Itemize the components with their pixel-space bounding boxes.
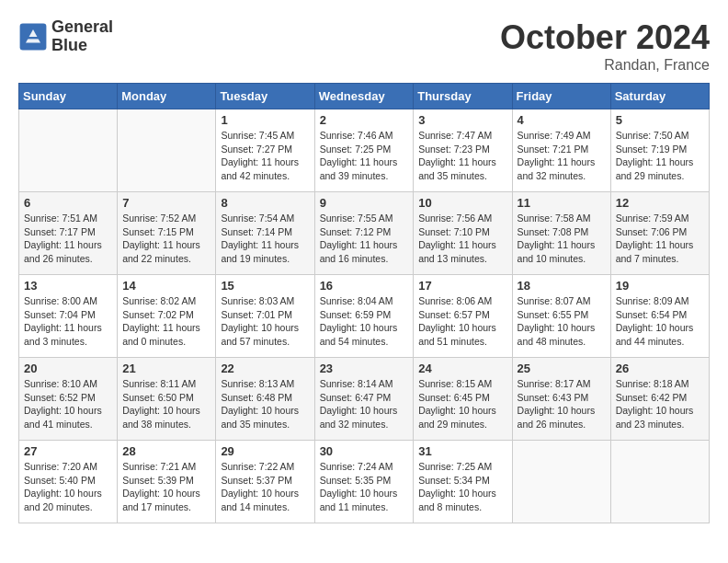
- day-info: Sunrise: 7:24 AM Sunset: 5:35 PM Dayligh…: [320, 460, 409, 514]
- table-row: 26Sunrise: 8:18 AM Sunset: 6:42 PM Dayli…: [610, 358, 709, 441]
- day-number: 6: [24, 196, 112, 210]
- table-row: [512, 441, 610, 523]
- table-row: 4Sunrise: 7:49 AM Sunset: 7:21 PM Daylig…: [512, 109, 610, 192]
- weekday-header: Thursday: [414, 84, 512, 109]
- day-number: 21: [122, 362, 210, 375]
- table-row: 20Sunrise: 8:10 AM Sunset: 6:52 PM Dayli…: [19, 358, 118, 441]
- calendar-week-row: 20Sunrise: 8:10 AM Sunset: 6:52 PM Dayli…: [19, 358, 710, 441]
- table-row: 11Sunrise: 7:58 AM Sunset: 7:08 PM Dayli…: [512, 192, 610, 275]
- table-row: 23Sunrise: 8:14 AM Sunset: 6:47 PM Dayli…: [314, 358, 414, 441]
- svg-rect-2: [28, 37, 40, 39]
- table-row: 25Sunrise: 8:17 AM Sunset: 6:43 PM Dayli…: [512, 358, 610, 441]
- day-number: 3: [418, 113, 506, 127]
- logo-line2: Blue: [51, 37, 113, 55]
- day-number: 13: [24, 279, 112, 293]
- day-number: 19: [616, 279, 704, 293]
- day-info: Sunrise: 8:13 AM Sunset: 6:48 PM Dayligh…: [221, 377, 309, 431]
- calendar-week-row: 6Sunrise: 7:51 AM Sunset: 7:17 PM Daylig…: [19, 192, 710, 275]
- day-number: 18: [518, 279, 606, 293]
- day-info: Sunrise: 7:58 AM Sunset: 7:08 PM Dayligh…: [518, 212, 606, 266]
- table-row: 17Sunrise: 8:06 AM Sunset: 6:57 PM Dayli…: [414, 275, 512, 358]
- day-info: Sunrise: 7:20 AM Sunset: 5:40 PM Dayligh…: [24, 460, 112, 514]
- month-title: October 2024: [500, 18, 710, 57]
- logo: General Blue: [18, 18, 113, 55]
- calendar-week-row: 13Sunrise: 8:00 AM Sunset: 7:04 PM Dayli…: [19, 275, 710, 358]
- day-number: 1: [221, 113, 309, 127]
- day-info: Sunrise: 7:55 AM Sunset: 7:12 PM Dayligh…: [320, 212, 409, 266]
- table-row: [118, 109, 216, 192]
- table-row: 12Sunrise: 7:59 AM Sunset: 7:06 PM Dayli…: [610, 192, 709, 275]
- table-row: 8Sunrise: 7:54 AM Sunset: 7:14 PM Daylig…: [216, 192, 314, 275]
- calendar-header: SundayMondayTuesdayWednesdayThursdayFrid…: [19, 84, 710, 109]
- table-row: 13Sunrise: 8:00 AM Sunset: 7:04 PM Dayli…: [19, 275, 118, 358]
- weekday-header: Monday: [118, 84, 216, 109]
- day-info: Sunrise: 7:59 AM Sunset: 7:06 PM Dayligh…: [616, 212, 704, 266]
- weekday-header: Wednesday: [314, 84, 414, 109]
- day-number: 16: [320, 279, 409, 293]
- day-info: Sunrise: 8:03 AM Sunset: 7:01 PM Dayligh…: [221, 294, 309, 349]
- day-info: Sunrise: 8:06 AM Sunset: 6:57 PM Dayligh…: [418, 294, 506, 349]
- logo-text: General Blue: [51, 18, 113, 55]
- table-row: 2Sunrise: 7:46 AM Sunset: 7:25 PM Daylig…: [314, 109, 414, 192]
- day-number: 15: [221, 279, 309, 293]
- day-info: Sunrise: 7:49 AM Sunset: 7:21 PM Dayligh…: [518, 129, 606, 183]
- table-row: 28Sunrise: 7:21 AM Sunset: 5:39 PM Dayli…: [118, 441, 216, 523]
- day-number: 7: [122, 196, 210, 210]
- day-info: Sunrise: 7:45 AM Sunset: 7:27 PM Dayligh…: [221, 129, 309, 183]
- table-row: 19Sunrise: 8:09 AM Sunset: 6:54 PM Dayli…: [610, 275, 709, 358]
- day-info: Sunrise: 7:47 AM Sunset: 7:23 PM Dayligh…: [418, 129, 506, 183]
- table-row: 15Sunrise: 8:03 AM Sunset: 7:01 PM Dayli…: [216, 275, 314, 358]
- day-number: 31: [418, 444, 506, 458]
- table-row: 6Sunrise: 7:51 AM Sunset: 7:17 PM Daylig…: [19, 192, 118, 275]
- title-block: October 2024 Randan, France: [500, 18, 710, 74]
- day-info: Sunrise: 7:22 AM Sunset: 5:37 PM Dayligh…: [221, 460, 309, 514]
- day-info: Sunrise: 8:00 AM Sunset: 7:04 PM Dayligh…: [24, 294, 112, 349]
- day-number: 29: [221, 444, 309, 458]
- table-row: 7Sunrise: 7:52 AM Sunset: 7:15 PM Daylig…: [118, 192, 216, 275]
- location: Randan, France: [500, 57, 710, 74]
- day-number: 30: [320, 444, 409, 458]
- day-info: Sunrise: 8:07 AM Sunset: 6:55 PM Dayligh…: [518, 294, 606, 349]
- table-row: 21Sunrise: 8:11 AM Sunset: 6:50 PM Dayli…: [118, 358, 216, 441]
- table-row: 29Sunrise: 7:22 AM Sunset: 5:37 PM Dayli…: [216, 441, 314, 523]
- calendar-body: 1Sunrise: 7:45 AM Sunset: 7:27 PM Daylig…: [19, 109, 710, 523]
- day-number: 12: [616, 196, 704, 210]
- day-info: Sunrise: 8:15 AM Sunset: 6:45 PM Dayligh…: [418, 377, 506, 431]
- table-row: 10Sunrise: 7:56 AM Sunset: 7:10 PM Dayli…: [414, 192, 512, 275]
- day-number: 22: [221, 362, 309, 375]
- day-info: Sunrise: 8:09 AM Sunset: 6:54 PM Dayligh…: [616, 294, 704, 349]
- table-row: 3Sunrise: 7:47 AM Sunset: 7:23 PM Daylig…: [414, 109, 512, 192]
- day-number: 26: [616, 362, 704, 375]
- calendar-week-row: 27Sunrise: 7:20 AM Sunset: 5:40 PM Dayli…: [19, 441, 710, 523]
- day-number: 2: [320, 113, 409, 127]
- calendar-table: SundayMondayTuesdayWednesdayThursdayFrid…: [18, 83, 710, 523]
- weekday-row: SundayMondayTuesdayWednesdayThursdayFrid…: [19, 84, 710, 109]
- table-row: 31Sunrise: 7:25 AM Sunset: 5:34 PM Dayli…: [414, 441, 512, 523]
- table-row: [610, 441, 709, 523]
- weekday-header: Sunday: [19, 84, 118, 109]
- day-info: Sunrise: 8:17 AM Sunset: 6:43 PM Dayligh…: [518, 377, 606, 431]
- table-row: [19, 109, 118, 192]
- day-info: Sunrise: 7:21 AM Sunset: 5:39 PM Dayligh…: [122, 460, 210, 514]
- day-info: Sunrise: 7:25 AM Sunset: 5:34 PM Dayligh…: [418, 460, 506, 514]
- day-number: 17: [418, 279, 506, 293]
- table-row: 24Sunrise: 8:15 AM Sunset: 6:45 PM Dayli…: [414, 358, 512, 441]
- calendar-week-row: 1Sunrise: 7:45 AM Sunset: 7:27 PM Daylig…: [19, 109, 710, 192]
- day-info: Sunrise: 7:56 AM Sunset: 7:10 PM Dayligh…: [418, 212, 506, 266]
- day-number: 28: [122, 444, 210, 458]
- day-info: Sunrise: 7:52 AM Sunset: 7:15 PM Dayligh…: [122, 212, 210, 266]
- day-info: Sunrise: 8:14 AM Sunset: 6:47 PM Dayligh…: [320, 377, 409, 431]
- day-info: Sunrise: 7:50 AM Sunset: 7:19 PM Dayligh…: [616, 129, 704, 183]
- weekday-header: Tuesday: [216, 84, 314, 109]
- day-info: Sunrise: 7:46 AM Sunset: 7:25 PM Dayligh…: [320, 129, 409, 183]
- table-row: 1Sunrise: 7:45 AM Sunset: 7:27 PM Daylig…: [216, 109, 314, 192]
- logo-line1: General: [51, 18, 113, 37]
- day-info: Sunrise: 8:18 AM Sunset: 6:42 PM Dayligh…: [616, 377, 704, 431]
- table-row: 18Sunrise: 8:07 AM Sunset: 6:55 PM Dayli…: [512, 275, 610, 358]
- table-row: 22Sunrise: 8:13 AM Sunset: 6:48 PM Dayli…: [216, 358, 314, 441]
- weekday-header: Friday: [512, 84, 610, 109]
- day-number: 20: [24, 362, 112, 375]
- day-info: Sunrise: 8:04 AM Sunset: 6:59 PM Dayligh…: [320, 294, 409, 349]
- table-row: 5Sunrise: 7:50 AM Sunset: 7:19 PM Daylig…: [610, 109, 709, 192]
- day-info: Sunrise: 8:02 AM Sunset: 7:02 PM Dayligh…: [122, 294, 210, 349]
